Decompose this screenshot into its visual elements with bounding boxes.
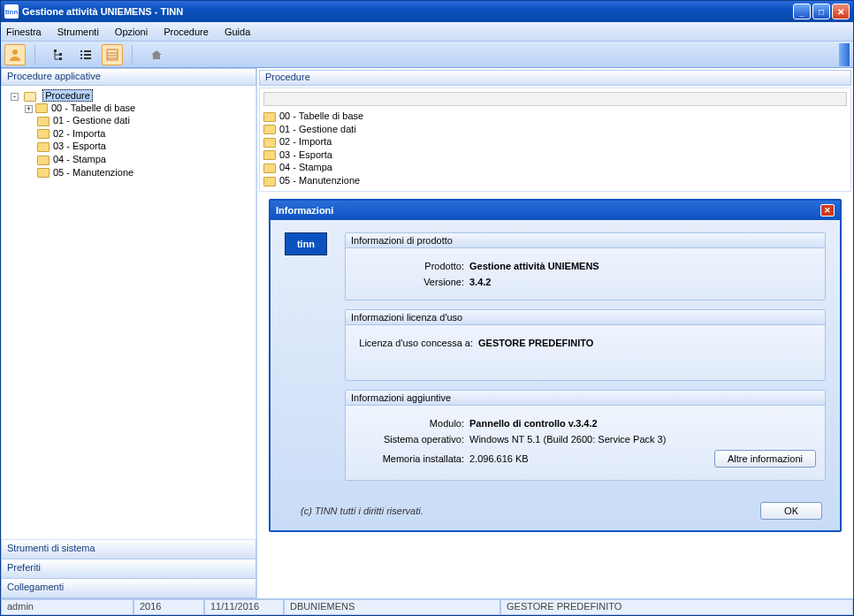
label-module: Modulo: — [355, 418, 469, 429]
tree-item[interactable]: 01 - Gestione dati — [25, 114, 250, 127]
toolbar-list-button[interactable] — [75, 44, 96, 65]
svg-rect-7 — [84, 50, 91, 52]
stack-collegamenti[interactable]: Collegamenti — [1, 579, 256, 598]
value-license: GESTORE PREDEFINITO — [478, 338, 593, 348]
app-icon: tinn — [4, 4, 19, 19]
dialog-close-button[interactable]: ✕ — [820, 204, 835, 217]
ok-button[interactable]: OK — [760, 502, 822, 520]
svg-rect-1 — [54, 49, 57, 52]
close-button[interactable]: ✕ — [832, 4, 850, 19]
label-version: Versione: — [355, 277, 469, 287]
expand-icon[interactable]: + — [25, 105, 33, 113]
tree-item-label: 03 - Esporta — [53, 141, 106, 151]
folder-icon — [37, 156, 50, 165]
tree-item-label: 01 - Gestione dati — [53, 115, 130, 125]
group-product-info: Informazioni di prodotto Prodotto:Gestio… — [345, 232, 826, 300]
copyright-text: (c) TINN tutti i diritti riservati. — [301, 506, 423, 516]
toolbar — [1, 42, 853, 68]
stack-preferiti[interactable]: Preferiti — [1, 559, 256, 579]
folder-icon — [263, 177, 276, 186]
tree-item-label: 04 - Stampa — [53, 154, 106, 164]
group-extra-info: Informazioni aggiuntive Modulo:Pannello … — [345, 390, 826, 481]
folder-icon — [263, 164, 276, 173]
status-gestore: GESTORE PREDEFINITO — [500, 599, 853, 615]
window-title: Gestione attività UNIEMENS - TINN — [22, 6, 183, 17]
toolbar-home-button[interactable] — [146, 44, 167, 65]
tree-item[interactable]: +00 - Tabelle di base — [25, 102, 250, 115]
label-os: Sistema operativo: — [355, 434, 469, 445]
maximize-button[interactable]: □ — [812, 4, 830, 19]
tinn-logo: tinn — [285, 232, 327, 255]
folder-icon — [263, 125, 276, 134]
svg-point-0 — [12, 49, 18, 55]
menu-finestra[interactable]: Finestra — [6, 27, 42, 37]
menu-bar: Finestra Strumenti Opzioni Procedure Gui… — [1, 22, 853, 42]
folder-icon — [263, 112, 276, 122]
svg-rect-8 — [84, 54, 91, 56]
tree-icon — [52, 48, 66, 62]
folder-icon — [37, 168, 50, 178]
label-product: Prodotto: — [355, 261, 469, 271]
list-item[interactable]: 04 - Stampa — [263, 161, 847, 174]
menu-opzioni[interactable]: Opzioni — [115, 27, 148, 37]
left-panel-header: Procedure applicative — [1, 68, 256, 86]
dialog-title-bar: Informazioni ✕ — [271, 201, 840, 220]
title-bar: tinn Gestione attività UNIEMENS - TINN _… — [1, 1, 853, 22]
status-bar: admin 2016 11/11/2016 DBUNIEMENS GESTORE… — [1, 598, 853, 615]
value-module: Pannello di controllo v.3.4.2 — [469, 418, 598, 429]
value-memory: 2.096.616 KB — [469, 453, 529, 464]
details-icon — [105, 48, 119, 62]
folder-open-icon — [24, 92, 36, 102]
folder-icon — [37, 117, 50, 126]
dialog-title: Informazioni — [276, 205, 333, 216]
folder-icon — [35, 103, 48, 113]
list-item[interactable]: 02 - Importa — [263, 135, 847, 148]
toolbar-user-button[interactable] — [4, 44, 26, 65]
list-item[interactable]: 05 - Manutenzione — [263, 174, 847, 187]
home-icon — [149, 48, 164, 62]
list-item[interactable]: 00 - Tabelle di base — [263, 110, 847, 123]
tree-item[interactable]: 03 - Esporta — [25, 140, 250, 153]
status-db: DBUNIEMENS — [284, 599, 500, 615]
menu-guida[interactable]: Guida — [225, 27, 250, 37]
list-item-label: 03 - Esporta — [279, 149, 332, 160]
list-item-label: 00 - Tabelle di base — [279, 110, 363, 121]
list-column-header[interactable] — [263, 92, 847, 106]
toolbar-details-button[interactable] — [102, 44, 123, 65]
right-panel-header: Procedure — [259, 70, 851, 86]
procedure-list: 00 - Tabelle di base 01 - Gestione dati … — [259, 87, 851, 192]
svg-rect-9 — [84, 57, 91, 59]
tree-item[interactable]: 05 - Manutenzione — [25, 166, 250, 179]
collapse-icon[interactable]: - — [11, 93, 19, 101]
tree-root-label[interactable]: Procedure — [42, 89, 93, 102]
more-info-button[interactable]: Altre informazioni — [714, 450, 816, 468]
minimize-button[interactable]: _ — [793, 4, 811, 19]
tree-item-label: 05 - Manutenzione — [53, 167, 133, 178]
group-header: Informazioni aggiuntive — [346, 391, 825, 406]
tree-item-label: 00 - Tabelle di base — [51, 103, 135, 113]
list-item[interactable]: 01 - Gestione dati — [263, 123, 847, 136]
list-item-label: 02 - Importa — [279, 136, 332, 147]
group-header: Informazioni di prodotto — [346, 233, 825, 248]
tree-root[interactable]: - Procedure +00 - Tabelle di base 01 - G… — [11, 89, 250, 179]
toolbar-tree-button[interactable] — [49, 44, 70, 65]
list-icon — [79, 48, 93, 62]
info-dialog: Informazioni ✕ tinn Informazioni di prod… — [269, 199, 842, 532]
folder-icon — [37, 142, 50, 152]
user-icon — [8, 48, 22, 62]
menu-procedure[interactable]: Procedure — [164, 27, 209, 37]
tree-item[interactable]: 02 - Importa — [25, 127, 250, 141]
value-product: Gestione attività UNIEMENS — [469, 261, 599, 271]
tree-item-label: 02 - Importa — [53, 128, 105, 139]
list-item[interactable]: 03 - Esporta — [263, 148, 847, 162]
stack-strumenti-sistema[interactable]: Strumenti di sistema — [1, 540, 256, 559]
list-item-label: 05 - Manutenzione — [279, 175, 360, 186]
value-version: 3.4.2 — [469, 277, 491, 287]
procedure-tree[interactable]: - Procedure +00 - Tabelle di base 01 - G… — [1, 86, 256, 540]
menu-strumenti[interactable]: Strumenti — [57, 27, 99, 37]
svg-rect-5 — [80, 54, 82, 56]
group-license-info: Informazioni licenza d'uso Licenza d'uso… — [345, 309, 826, 381]
tree-item[interactable]: 04 - Stampa — [25, 153, 250, 166]
main-window: tinn Gestione attività UNIEMENS - TINN _… — [0, 0, 854, 616]
label-license: Licenza d'uso concessa a: — [355, 338, 478, 348]
